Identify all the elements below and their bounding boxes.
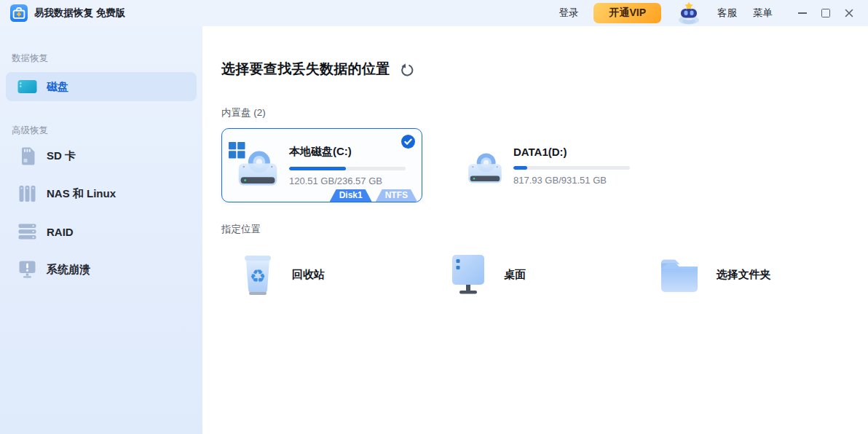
close-button[interactable] xyxy=(837,2,861,24)
svg-text:♻: ♻ xyxy=(250,266,266,287)
sidebar-item-disk[interactable]: 磁盘 xyxy=(6,72,197,101)
drive-c-usage-bar xyxy=(289,167,406,170)
sidebar-section-advanced-recovery: 高级恢复 xyxy=(12,125,202,137)
drive-card-c[interactable]: 本地磁盘(C:) 120.51 GB/236.57 GB Disk1 NTFS xyxy=(221,128,422,202)
app-title: 易我数据恢复 免费版 xyxy=(34,7,125,20)
selected-check-icon xyxy=(401,135,415,149)
disk-number-badge: Disk1 xyxy=(330,189,372,202)
drive-c-name: 本地磁盘(C:) xyxy=(289,145,406,159)
sidebar-item-system-crash[interactable]: 系统崩溃 xyxy=(0,250,202,288)
maximize-button[interactable] xyxy=(814,2,837,24)
refresh-button[interactable] xyxy=(400,63,414,77)
drive-d-name: DATA1(D:) xyxy=(513,146,630,158)
sd-card-icon xyxy=(17,147,37,165)
upgrade-vip-button[interactable]: 开通VIP xyxy=(593,3,661,23)
sidebar-item-raid[interactable]: RAID xyxy=(0,213,202,250)
location-label: 桌面 xyxy=(504,268,526,282)
menu-button[interactable]: 菜单 xyxy=(753,7,773,20)
window-controls xyxy=(791,2,861,24)
sidebar-item-label: SD 卡 xyxy=(47,149,76,163)
sidebar-section-data-recovery: 数据恢复 xyxy=(12,26,202,65)
minimize-icon xyxy=(798,12,807,14)
drive-d-usage-bar xyxy=(513,166,630,170)
desktop-item[interactable]: 桌面 xyxy=(449,253,658,296)
support-button[interactable]: 客服 xyxy=(717,7,737,20)
drive-c-capacity: 120.51 GB/236.57 GB xyxy=(289,175,406,186)
folder-icon xyxy=(659,256,700,293)
drive-card-d[interactable]: DATA1(D:) 817.93 GB/931.51 GB xyxy=(451,128,652,202)
nas-server-icon xyxy=(17,185,37,202)
sidebar-item-label: NAS 和 Linux xyxy=(47,187,116,201)
sidebar-item-nas-linux[interactable]: NAS 和 Linux xyxy=(0,175,202,213)
recycle-bin-item[interactable]: ♻ 回收站 xyxy=(240,253,449,296)
desktop-icon xyxy=(449,253,487,296)
sidebar-item-label: 磁盘 xyxy=(47,80,68,94)
drive-c-usage-fill xyxy=(289,167,346,170)
disk-icon xyxy=(17,79,37,94)
drive-d-capacity: 817.93 GB/931.51 GB xyxy=(513,175,630,186)
close-icon xyxy=(845,9,853,17)
specified-location-label: 指定位置 xyxy=(221,223,868,236)
titlebar-actions: 登录 开通VIP 客服 菜单 xyxy=(551,1,861,25)
location-shortcuts: ♻ 回收站 桌面 xyxy=(221,253,868,296)
crashed-system-icon xyxy=(17,261,37,278)
sidebar-item-label: RAID xyxy=(47,226,74,238)
windows-logo-icon xyxy=(229,142,245,159)
raid-stack-icon xyxy=(17,224,37,240)
drive-d-usage-fill xyxy=(513,166,527,170)
sidebar: 数据恢复 磁盘 高级恢复 SD 卡 xyxy=(0,26,202,434)
filesystem-badge: NTFS xyxy=(376,189,417,202)
location-label: 选择文件夹 xyxy=(717,268,771,282)
recycle-bin-icon: ♻ xyxy=(240,253,275,296)
maximize-icon xyxy=(821,9,830,17)
login-button[interactable]: 登录 xyxy=(559,7,578,20)
internal-drives-label: 内置盘 (2) xyxy=(221,106,868,119)
title-bar: 易我数据恢复 免费版 登录 开通VIP 客服 菜单 xyxy=(0,0,868,26)
drive-c-badges: Disk1 NTFS xyxy=(330,189,417,202)
drive-d-icon xyxy=(463,145,504,186)
drive-cards: 本地磁盘(C:) 120.51 GB/236.57 GB Disk1 NTFS xyxy=(221,128,868,202)
app-logo-icon xyxy=(10,4,28,22)
page-title: 选择要查找丢失数据的位置 xyxy=(221,60,390,79)
sidebar-item-label: 系统崩溃 xyxy=(47,263,90,277)
location-label: 回收站 xyxy=(292,268,325,282)
sidebar-item-sd-card[interactable]: SD 卡 xyxy=(0,137,202,175)
minimize-button[interactable] xyxy=(791,2,814,24)
main-panel: 选择要查找丢失数据的位置 内置盘 (2) xyxy=(202,26,868,434)
select-folder-item[interactable]: 选择文件夹 xyxy=(659,253,868,296)
refresh-icon xyxy=(400,63,414,77)
drive-c-icon xyxy=(229,141,280,190)
assistant-mascot-icon[interactable] xyxy=(674,1,703,25)
